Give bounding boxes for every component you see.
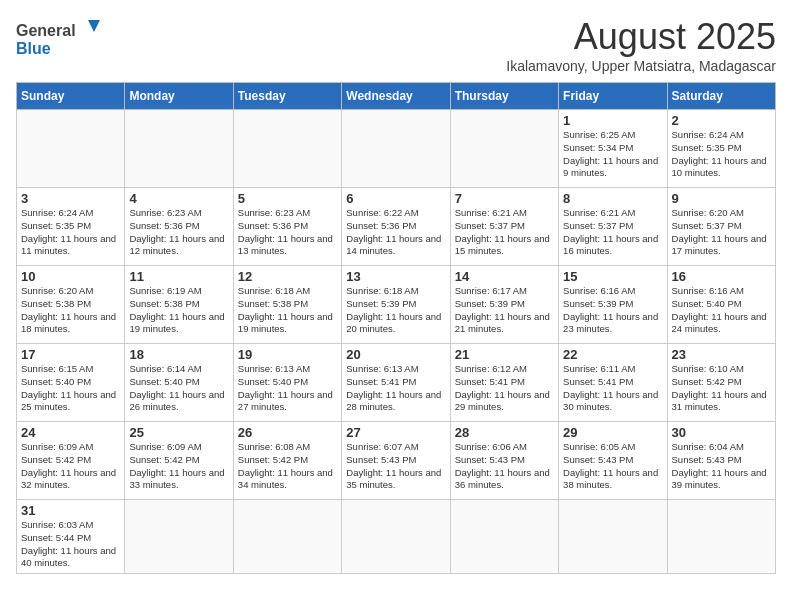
calendar-cell xyxy=(342,110,450,188)
calendar-cell: 26Sunrise: 6:08 AM Sunset: 5:42 PM Dayli… xyxy=(233,422,341,500)
calendar-cell: 4Sunrise: 6:23 AM Sunset: 5:36 PM Daylig… xyxy=(125,188,233,266)
day-number: 5 xyxy=(238,191,337,206)
calendar-day-header: Sunday xyxy=(17,83,125,110)
day-info: Sunrise: 6:20 AM Sunset: 5:38 PM Dayligh… xyxy=(21,285,120,336)
day-info: Sunrise: 6:11 AM Sunset: 5:41 PM Dayligh… xyxy=(563,363,662,414)
calendar-cell: 11Sunrise: 6:19 AM Sunset: 5:38 PM Dayli… xyxy=(125,266,233,344)
day-info: Sunrise: 6:16 AM Sunset: 5:39 PM Dayligh… xyxy=(563,285,662,336)
day-number: 24 xyxy=(21,425,120,440)
day-info: Sunrise: 6:24 AM Sunset: 5:35 PM Dayligh… xyxy=(21,207,120,258)
day-info: Sunrise: 6:23 AM Sunset: 5:36 PM Dayligh… xyxy=(238,207,337,258)
day-number: 6 xyxy=(346,191,445,206)
day-number: 27 xyxy=(346,425,445,440)
calendar-cell: 16Sunrise: 6:16 AM Sunset: 5:40 PM Dayli… xyxy=(667,266,775,344)
day-number: 20 xyxy=(346,347,445,362)
day-number: 10 xyxy=(21,269,120,284)
calendar-cell: 28Sunrise: 6:06 AM Sunset: 5:43 PM Dayli… xyxy=(450,422,558,500)
day-info: Sunrise: 6:13 AM Sunset: 5:41 PM Dayligh… xyxy=(346,363,445,414)
calendar-cell: 19Sunrise: 6:13 AM Sunset: 5:40 PM Dayli… xyxy=(233,344,341,422)
day-info: Sunrise: 6:13 AM Sunset: 5:40 PM Dayligh… xyxy=(238,363,337,414)
calendar-day-header: Saturday xyxy=(667,83,775,110)
calendar-week-row: 10Sunrise: 6:20 AM Sunset: 5:38 PM Dayli… xyxy=(17,266,776,344)
logo-svg: General Blue xyxy=(16,16,106,60)
day-info: Sunrise: 6:22 AM Sunset: 5:36 PM Dayligh… xyxy=(346,207,445,258)
day-number: 18 xyxy=(129,347,228,362)
day-number: 14 xyxy=(455,269,554,284)
month-title: August 2025 xyxy=(506,16,776,58)
day-number: 9 xyxy=(672,191,771,206)
calendar-cell: 25Sunrise: 6:09 AM Sunset: 5:42 PM Dayli… xyxy=(125,422,233,500)
day-info: Sunrise: 6:09 AM Sunset: 5:42 PM Dayligh… xyxy=(129,441,228,492)
day-number: 23 xyxy=(672,347,771,362)
calendar-header-row: SundayMondayTuesdayWednesdayThursdayFrid… xyxy=(17,83,776,110)
calendar-cell xyxy=(450,110,558,188)
calendar-day-header: Monday xyxy=(125,83,233,110)
svg-text:General: General xyxy=(16,22,76,39)
calendar-week-row: 3Sunrise: 6:24 AM Sunset: 5:35 PM Daylig… xyxy=(17,188,776,266)
calendar-cell: 8Sunrise: 6:21 AM Sunset: 5:37 PM Daylig… xyxy=(559,188,667,266)
day-info: Sunrise: 6:21 AM Sunset: 5:37 PM Dayligh… xyxy=(563,207,662,258)
calendar-cell: 14Sunrise: 6:17 AM Sunset: 5:39 PM Dayli… xyxy=(450,266,558,344)
day-number: 15 xyxy=(563,269,662,284)
day-info: Sunrise: 6:23 AM Sunset: 5:36 PM Dayligh… xyxy=(129,207,228,258)
day-number: 11 xyxy=(129,269,228,284)
calendar-cell: 2Sunrise: 6:24 AM Sunset: 5:35 PM Daylig… xyxy=(667,110,775,188)
calendar-cell: 18Sunrise: 6:14 AM Sunset: 5:40 PM Dayli… xyxy=(125,344,233,422)
day-number: 30 xyxy=(672,425,771,440)
calendar-day-header: Wednesday xyxy=(342,83,450,110)
svg-text:Blue: Blue xyxy=(16,40,51,57)
day-info: Sunrise: 6:15 AM Sunset: 5:40 PM Dayligh… xyxy=(21,363,120,414)
calendar-cell: 21Sunrise: 6:12 AM Sunset: 5:41 PM Dayli… xyxy=(450,344,558,422)
day-number: 3 xyxy=(21,191,120,206)
calendar-cell xyxy=(667,500,775,574)
calendar-cell: 10Sunrise: 6:20 AM Sunset: 5:38 PM Dayli… xyxy=(17,266,125,344)
calendar-day-header: Tuesday xyxy=(233,83,341,110)
calendar-cell: 23Sunrise: 6:10 AM Sunset: 5:42 PM Dayli… xyxy=(667,344,775,422)
day-info: Sunrise: 6:07 AM Sunset: 5:43 PM Dayligh… xyxy=(346,441,445,492)
day-number: 29 xyxy=(563,425,662,440)
calendar-cell: 6Sunrise: 6:22 AM Sunset: 5:36 PM Daylig… xyxy=(342,188,450,266)
calendar-cell xyxy=(450,500,558,574)
day-number: 2 xyxy=(672,113,771,128)
day-info: Sunrise: 6:24 AM Sunset: 5:35 PM Dayligh… xyxy=(672,129,771,180)
day-info: Sunrise: 6:25 AM Sunset: 5:34 PM Dayligh… xyxy=(563,129,662,180)
day-number: 8 xyxy=(563,191,662,206)
day-number: 4 xyxy=(129,191,228,206)
calendar-cell: 7Sunrise: 6:21 AM Sunset: 5:37 PM Daylig… xyxy=(450,188,558,266)
calendar-cell xyxy=(233,500,341,574)
day-info: Sunrise: 6:10 AM Sunset: 5:42 PM Dayligh… xyxy=(672,363,771,414)
calendar-cell xyxy=(125,110,233,188)
calendar-cell: 17Sunrise: 6:15 AM Sunset: 5:40 PM Dayli… xyxy=(17,344,125,422)
calendar-cell: 27Sunrise: 6:07 AM Sunset: 5:43 PM Dayli… xyxy=(342,422,450,500)
day-number: 17 xyxy=(21,347,120,362)
day-info: Sunrise: 6:16 AM Sunset: 5:40 PM Dayligh… xyxy=(672,285,771,336)
day-info: Sunrise: 6:19 AM Sunset: 5:38 PM Dayligh… xyxy=(129,285,228,336)
calendar-cell xyxy=(342,500,450,574)
day-number: 31 xyxy=(21,503,120,518)
calendar-cell: 31Sunrise: 6:03 AM Sunset: 5:44 PM Dayli… xyxy=(17,500,125,574)
calendar-week-row: 17Sunrise: 6:15 AM Sunset: 5:40 PM Dayli… xyxy=(17,344,776,422)
day-info: Sunrise: 6:12 AM Sunset: 5:41 PM Dayligh… xyxy=(455,363,554,414)
day-info: Sunrise: 6:18 AM Sunset: 5:39 PM Dayligh… xyxy=(346,285,445,336)
calendar-cell xyxy=(17,110,125,188)
day-info: Sunrise: 6:21 AM Sunset: 5:37 PM Dayligh… xyxy=(455,207,554,258)
day-number: 22 xyxy=(563,347,662,362)
calendar-cell: 20Sunrise: 6:13 AM Sunset: 5:41 PM Dayli… xyxy=(342,344,450,422)
day-number: 25 xyxy=(129,425,228,440)
calendar-cell: 3Sunrise: 6:24 AM Sunset: 5:35 PM Daylig… xyxy=(17,188,125,266)
day-info: Sunrise: 6:05 AM Sunset: 5:43 PM Dayligh… xyxy=(563,441,662,492)
calendar-week-row: 24Sunrise: 6:09 AM Sunset: 5:42 PM Dayli… xyxy=(17,422,776,500)
calendar-table: SundayMondayTuesdayWednesdayThursdayFrid… xyxy=(16,82,776,574)
day-info: Sunrise: 6:18 AM Sunset: 5:38 PM Dayligh… xyxy=(238,285,337,336)
calendar-cell: 5Sunrise: 6:23 AM Sunset: 5:36 PM Daylig… xyxy=(233,188,341,266)
calendar-cell: 24Sunrise: 6:09 AM Sunset: 5:42 PM Dayli… xyxy=(17,422,125,500)
day-number: 21 xyxy=(455,347,554,362)
calendar-cell xyxy=(125,500,233,574)
calendar-cell: 15Sunrise: 6:16 AM Sunset: 5:39 PM Dayli… xyxy=(559,266,667,344)
day-info: Sunrise: 6:03 AM Sunset: 5:44 PM Dayligh… xyxy=(21,519,120,570)
day-info: Sunrise: 6:09 AM Sunset: 5:42 PM Dayligh… xyxy=(21,441,120,492)
location-title: Ikalamavony, Upper Matsiatra, Madagascar xyxy=(506,58,776,74)
day-number: 12 xyxy=(238,269,337,284)
calendar-cell: 9Sunrise: 6:20 AM Sunset: 5:37 PM Daylig… xyxy=(667,188,775,266)
day-info: Sunrise: 6:04 AM Sunset: 5:43 PM Dayligh… xyxy=(672,441,771,492)
